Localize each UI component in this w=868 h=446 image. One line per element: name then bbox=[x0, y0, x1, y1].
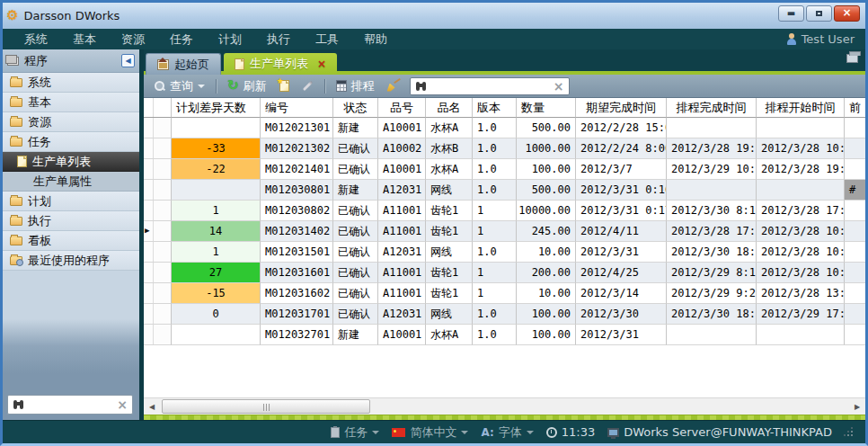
cell-expected-finish-time[interactable]: 2012/4/25 bbox=[576, 263, 667, 283]
cell-schedule-finish-time[interactable]: 2012/3/29 8:15 bbox=[667, 263, 757, 283]
cell-row-header[interactable] bbox=[144, 201, 172, 221]
cell-quantity[interactable]: 1000.00 bbox=[517, 138, 576, 159]
cell-row-header[interactable]: ▶ bbox=[144, 221, 172, 242]
cell-schedule-start-time[interactable]: 2012/3/28 10:52 bbox=[757, 221, 845, 242]
column-header-status[interactable]: 状态 bbox=[333, 98, 378, 118]
menu-item-2[interactable]: 资源 bbox=[109, 30, 157, 49]
cell-schedule-finish-time[interactable] bbox=[667, 180, 757, 201]
cell-quantity[interactable]: 100.00 bbox=[517, 304, 576, 325]
cell-extra[interactable] bbox=[845, 221, 865, 242]
cell-extra[interactable] bbox=[845, 263, 865, 283]
cell-item-no[interactable]: A11001 bbox=[378, 201, 426, 221]
tab-production-order-list[interactable]: 生产单列表 × bbox=[224, 53, 337, 75]
clear-button[interactable] bbox=[384, 78, 404, 94]
horizontal-scrollbar[interactable]: ◀ ▶ bbox=[144, 397, 865, 415]
cell-schedule-finish-time[interactable]: 2012/3/29 9:20 bbox=[667, 283, 757, 304]
cell-extra[interactable] bbox=[845, 138, 865, 159]
resize-grip[interactable] bbox=[845, 428, 853, 436]
status-task-dropdown[interactable]: 任务 bbox=[331, 424, 379, 441]
cell-quantity[interactable]: 100.00 bbox=[517, 325, 576, 345]
cell-plan-diff-days[interactable]: 0 bbox=[172, 304, 261, 325]
minimize-button[interactable]: ▬ bbox=[778, 5, 804, 22]
cell-expected-finish-time[interactable]: 2012/3/31 bbox=[576, 242, 667, 263]
cell-plan-diff-days[interactable]: 1 bbox=[172, 242, 261, 263]
cell-row-header[interactable] bbox=[144, 325, 172, 345]
menu-item-4[interactable]: 计划 bbox=[206, 30, 254, 49]
table-row[interactable]: ▶14M012031402已确认A11001齿轮11245.002012/4/1… bbox=[144, 221, 865, 242]
cell-schedule-finish-time[interactable]: 2012/3/28 19:10 bbox=[667, 138, 757, 159]
cell-status[interactable]: 已确认 bbox=[333, 242, 378, 263]
cell-plan-diff-days[interactable]: 1 bbox=[172, 201, 261, 221]
cell-status[interactable]: 已确认 bbox=[333, 263, 378, 283]
column-header-plan-diff-days[interactable]: 计划差异天数 bbox=[172, 98, 261, 118]
menu-item-1[interactable]: 基本 bbox=[60, 30, 109, 49]
table-search-input[interactable] bbox=[431, 79, 550, 94]
cell-schedule-start-time[interactable]: 2012/3/28 10:52 bbox=[757, 263, 845, 283]
scroll-left-icon[interactable]: ◀ bbox=[144, 398, 160, 415]
cell-schedule-start-time[interactable]: 2012/3/29 17:46 bbox=[757, 304, 845, 325]
cell-order-no[interactable]: M012031402 bbox=[261, 221, 333, 242]
cell-order-no[interactable]: M012031701 bbox=[261, 304, 333, 325]
table-search-clear-icon[interactable]: × bbox=[554, 80, 564, 93]
cell-item-no[interactable]: A11001 bbox=[378, 283, 426, 304]
status-language-dropdown[interactable]: 简体中文 bbox=[392, 424, 468, 441]
tab-close-icon[interactable]: × bbox=[317, 58, 326, 70]
column-header-item-no[interactable]: 品号 bbox=[378, 98, 426, 118]
cell-item-name[interactable]: 网线 bbox=[426, 304, 473, 325]
sidebar-item-3[interactable]: 任务 bbox=[3, 132, 139, 152]
new-button[interactable]: ★ bbox=[276, 78, 293, 94]
cell-schedule-start-time[interactable]: 2012/3/28 17:13 bbox=[757, 201, 845, 221]
cell-order-no[interactable]: M012031602 bbox=[261, 283, 333, 304]
cell-plan-diff-days[interactable]: 14 bbox=[172, 221, 261, 242]
cell-item-name[interactable]: 齿轮1 bbox=[426, 221, 473, 242]
cell-plan-diff-days[interactable]: -33 bbox=[172, 138, 261, 159]
tab-start-page[interactable]: 起始页 bbox=[146, 53, 221, 75]
cell-schedule-start-time[interactable] bbox=[757, 325, 845, 345]
cell-order-no[interactable]: M012021301 bbox=[261, 118, 333, 138]
sidebar-item-0[interactable]: 系统 bbox=[3, 73, 139, 93]
table-row[interactable]: 1M012030802已确认A11001齿轮1110000.002012/3/3… bbox=[144, 201, 865, 221]
sidebar-item-6[interactable]: 计划 bbox=[3, 192, 139, 211]
cell-item-no[interactable]: A11001 bbox=[378, 263, 426, 283]
cell-row-header[interactable] bbox=[144, 304, 172, 325]
table-row[interactable]: M012021301新建A10001水杯A1.0500.002012/2/28 … bbox=[144, 118, 865, 138]
cell-item-name[interactable]: 水杯A bbox=[426, 118, 473, 138]
cell-row-header[interactable] bbox=[144, 118, 172, 138]
edit-button[interactable] bbox=[298, 83, 317, 89]
cell-schedule-finish-time[interactable]: 2012/3/30 18:00 bbox=[667, 304, 757, 325]
cell-expected-finish-time[interactable]: 2012/3/31 bbox=[576, 325, 667, 345]
sidebar-item-4[interactable]: 生产单列表 bbox=[3, 152, 139, 172]
cell-row-header[interactable] bbox=[144, 242, 172, 263]
cell-item-name[interactable]: 齿轮1 bbox=[426, 201, 473, 221]
cell-item-name[interactable]: 网线 bbox=[426, 180, 473, 201]
column-header-schedule-finish-time[interactable]: 排程完成时间 bbox=[667, 98, 757, 118]
sidebar-item-1[interactable]: 基本 bbox=[3, 93, 139, 112]
sidebar-item-9[interactable]: 最近使用的程序 bbox=[3, 251, 139, 271]
user-indicator[interactable]: Test User bbox=[786, 32, 855, 46]
cell-version[interactable]: 1 bbox=[473, 201, 517, 221]
tab-overflow-icon[interactable] bbox=[846, 54, 858, 63]
cell-expected-finish-time[interactable]: 2012/4/11 bbox=[576, 221, 667, 242]
cell-order-no[interactable]: M012021401 bbox=[261, 159, 333, 180]
cell-extra[interactable] bbox=[845, 159, 865, 180]
cell-status[interactable]: 已确认 bbox=[333, 138, 378, 159]
cell-quantity[interactable]: 500.00 bbox=[517, 180, 576, 201]
cell-order-no[interactable]: M012031601 bbox=[261, 263, 333, 283]
cell-schedule-start-time[interactable]: 2012/3/28 19:10 bbox=[757, 159, 845, 180]
table-row[interactable]: M012030801新建A12031网线1.0500.002012/3/31 0… bbox=[144, 180, 865, 201]
cell-quantity[interactable]: 245.00 bbox=[517, 221, 576, 242]
cell-order-no[interactable]: M012031501 bbox=[261, 242, 333, 263]
cell-expected-finish-time[interactable]: 2012/3/7 bbox=[576, 159, 667, 180]
cell-extra[interactable] bbox=[845, 325, 865, 345]
schedule-button[interactable]: 排程 bbox=[332, 76, 378, 96]
cell-expected-finish-time[interactable]: 2012/3/31 0:17 bbox=[576, 201, 667, 221]
scroll-right-icon[interactable]: ▶ bbox=[849, 398, 865, 415]
cell-item-no[interactable]: A10002 bbox=[378, 138, 426, 159]
cell-schedule-start-time[interactable] bbox=[757, 118, 845, 138]
sidebar-item-8[interactable]: 看板 bbox=[3, 231, 139, 251]
cell-item-no[interactable]: A11001 bbox=[378, 221, 426, 242]
sidebar-search-clear-icon[interactable]: × bbox=[117, 398, 128, 411]
menu-item-0[interactable]: 系统 bbox=[12, 30, 60, 49]
cell-row-header[interactable] bbox=[144, 138, 172, 159]
cell-item-no[interactable]: A12031 bbox=[378, 242, 426, 263]
